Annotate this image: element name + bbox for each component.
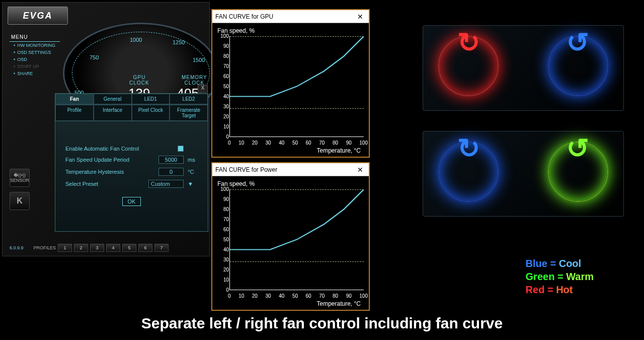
- hysteresis-unit: °C: [188, 169, 198, 175]
- close-icon[interactable]: ✕: [355, 164, 366, 175]
- sensor-icon: �((•)): [14, 173, 26, 178]
- tab-pixel-clock[interactable]: Pixel Clock: [132, 105, 170, 121]
- tab-general[interactable]: General: [94, 94, 132, 104]
- gauge-tick: 1250: [173, 39, 185, 45]
- gauge-tick: 750: [90, 54, 99, 60]
- menu-osd-settings[interactable]: OSD SETTINGS: [10, 49, 60, 56]
- gauge-tick: 1000: [130, 37, 142, 43]
- rotation-arrow-icon: ↻: [457, 27, 480, 58]
- chart-x-label: Temperature, °C: [217, 300, 364, 307]
- legend-warm: Warm: [566, 271, 594, 282]
- gauge-tick: 1500: [193, 57, 205, 63]
- menu-share[interactable]: SHARE: [10, 70, 60, 77]
- preset-select[interactable]: Custom: [148, 180, 184, 188]
- gpu-card-cool: ↻ ↻: [423, 131, 624, 217]
- tab-profile[interactable]: Profile: [55, 105, 94, 121]
- fan-settings-dialog: X Fan General LED1 LED2 Profile Interfac…: [55, 93, 208, 232]
- menu-hw-monitoring[interactable]: HW MONITORING: [10, 42, 60, 49]
- x-axis-ticks: 0102030405060708090100: [228, 293, 368, 299]
- profile-5-button[interactable]: 5: [122, 244, 136, 252]
- legend-cool: Cool: [559, 258, 581, 269]
- legend-red: Red: [526, 284, 545, 295]
- sensor-button[interactable]: �((•)) SENSOR: [10, 169, 30, 187]
- chart-plot-power[interactable]: 1009080706050403020100 01020304050607080…: [229, 189, 364, 290]
- profile-2-button[interactable]: 2: [74, 244, 88, 252]
- tab-framerate-target[interactable]: Framerate Target: [170, 105, 208, 121]
- enable-auto-fan-checkbox[interactable]: [178, 146, 184, 152]
- menu-title: MENU: [10, 33, 60, 42]
- temp-hysteresis-label: Temperature Hysteresis: [65, 169, 154, 175]
- evga-logo: EVGA: [8, 7, 68, 25]
- period-unit: ms: [188, 157, 198, 163]
- fan-curve-gpu-window: FAN CURVE for GPU ✕ Fan speed, % 1009080…: [211, 9, 370, 158]
- tab-fan[interactable]: Fan: [55, 94, 94, 104]
- fan-update-period-label: Fan Speed Update Period: [65, 157, 154, 163]
- x-axis-ticks: 0102030405060708090100: [228, 140, 368, 146]
- temp-hysteresis-input[interactable]: [158, 168, 184, 176]
- enable-auto-fan-label: Enable Automatic Fan Control: [65, 146, 174, 152]
- settings-close-button[interactable]: X: [198, 85, 208, 93]
- menu-osd[interactable]: OSD: [10, 56, 60, 63]
- rotation-arrow-icon: ↻: [567, 132, 589, 164]
- chart-y-label: Fan speed, %: [217, 27, 364, 34]
- select-preset-label: Select Preset: [65, 181, 144, 187]
- profile-6-button[interactable]: 6: [138, 244, 152, 252]
- chart-y-label: Fan speed, %: [217, 180, 364, 187]
- rotation-arrow-icon: ↻: [567, 27, 589, 58]
- profile-7-button[interactable]: 7: [154, 244, 169, 252]
- gpu-card-hot: ↻ ↻: [423, 25, 624, 111]
- tab-led2[interactable]: LED2: [170, 94, 208, 104]
- y-axis-ticks: 1009080706050403020100: [218, 33, 229, 140]
- fan-update-period-input[interactable]: [158, 156, 184, 164]
- gpu-clock-label: GPU CLOCK: [122, 75, 156, 86]
- k-boost-button[interactable]: K: [10, 192, 30, 210]
- chart-x-label: Temperature, °C: [217, 147, 364, 154]
- close-icon[interactable]: ✕: [355, 11, 366, 22]
- profile-1-button[interactable]: 1: [58, 244, 72, 252]
- window-title: FAN CURVE for GPU: [215, 13, 273, 20]
- tab-led1[interactable]: LED1: [132, 94, 170, 104]
- legend-blue: Blue: [526, 258, 547, 269]
- caption: Separate left / right fan control includ…: [0, 315, 644, 332]
- fan-curve-power-window: FAN CURVE for Power ✕ Fan speed, % 10090…: [211, 162, 370, 311]
- rotation-arrow-icon: ↻: [457, 132, 480, 164]
- memory-clock-label: MEMORY CLOCK: [172, 75, 217, 86]
- menu-box: MENU HW MONITORING OSD SETTINGS OSD STAR…: [10, 33, 60, 77]
- evga-precision-panel: EVGA MENU HW MONITORING OSD SETTINGS OSD…: [2, 2, 210, 256]
- legend-hot: Hot: [556, 284, 573, 295]
- legend-green: Green: [526, 271, 555, 282]
- gpu-thermal-diagrams: ↻ ↻ ↻ ↻: [423, 25, 634, 237]
- profile-3-button[interactable]: 3: [90, 244, 104, 252]
- window-title: FAN CURVE for Power: [215, 166, 277, 173]
- menu-startup[interactable]: START UP: [10, 63, 60, 70]
- color-legend: Blue = Cool Green = Warm Red = Hot: [526, 257, 594, 296]
- sensor-label: SENSOR: [10, 178, 29, 183]
- tab-interface[interactable]: Interface: [94, 105, 132, 121]
- chart-plot-gpu[interactable]: 1009080706050403020100 01020304050607080…: [229, 36, 364, 137]
- version-label: 6.0.9.9: [10, 245, 24, 250]
- chevron-down-icon: ▼: [188, 181, 198, 187]
- ok-button[interactable]: OK: [122, 197, 141, 206]
- profile-4-button[interactable]: 4: [106, 244, 120, 252]
- profiles-label: PROFILES: [34, 245, 56, 250]
- y-axis-ticks: 1009080706050403020100: [218, 186, 229, 293]
